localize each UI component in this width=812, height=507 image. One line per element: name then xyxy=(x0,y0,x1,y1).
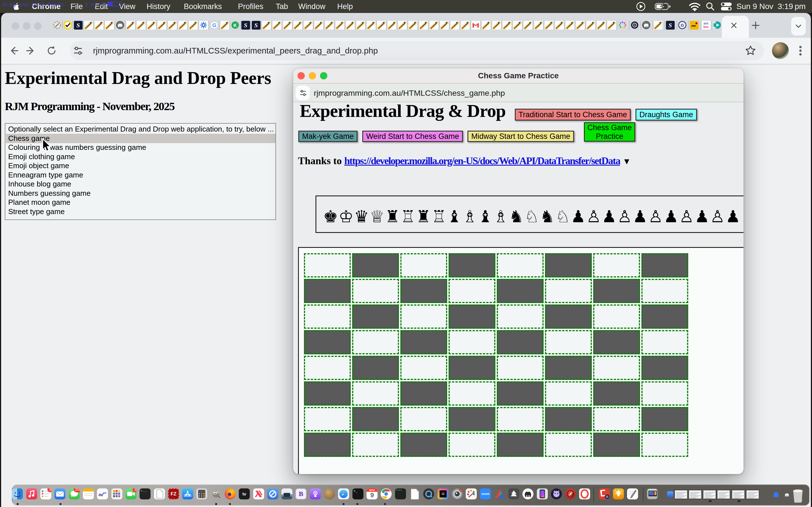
svg-text:S: S xyxy=(244,22,247,29)
svg-text:S: S xyxy=(77,22,80,29)
svg-text:brit: brit xyxy=(704,22,709,25)
svg-text:G: G xyxy=(680,23,684,27)
svg-text:S: S xyxy=(668,22,672,29)
svg-text:S: S xyxy=(254,22,258,29)
svg-text:G: G xyxy=(212,22,216,28)
svg-text:K: K xyxy=(234,23,237,28)
svg-text:box: box xyxy=(703,25,709,29)
